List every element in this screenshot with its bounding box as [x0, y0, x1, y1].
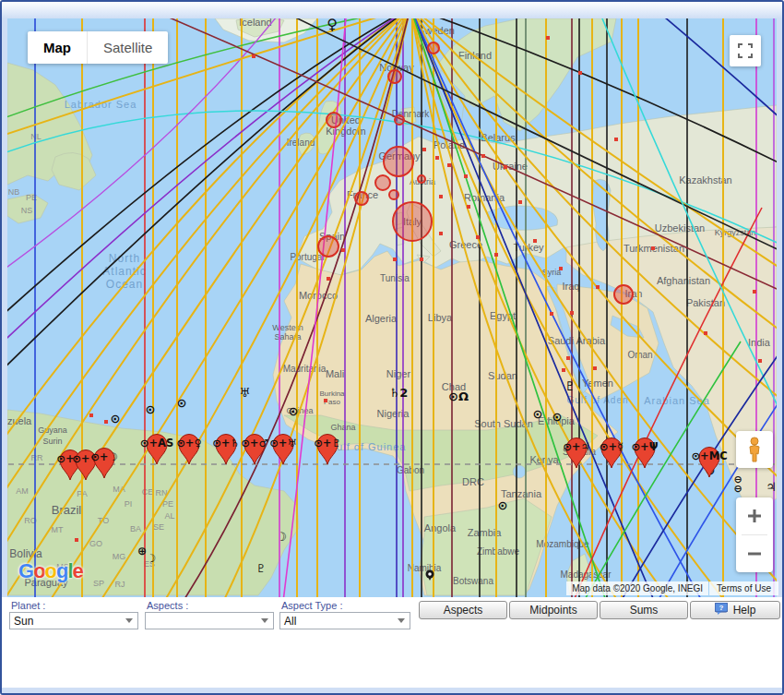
- event-dot: [439, 195, 443, 198]
- aspect-type-select[interactable]: All: [279, 612, 410, 629]
- event-dot: [533, 239, 537, 243]
- map-type-map-button[interactable]: Map: [28, 31, 87, 64]
- google-logo-letter: o: [45, 559, 56, 582]
- event-dot: [566, 356, 570, 360]
- pegman-icon: [746, 437, 763, 462]
- event-circle[interactable]: [318, 236, 339, 257]
- map-pin-label: ⊙+♇: [314, 437, 341, 449]
- planet-glyph: ☽: [276, 530, 287, 544]
- planet-select-value: Sun: [14, 615, 33, 628]
- map-pin-label: ⊙+♄: [212, 437, 240, 449]
- country-label: Oman: [627, 350, 652, 360]
- event-dot: [422, 148, 426, 151]
- state-label: NB: [8, 187, 20, 197]
- map-type-control: Map Satellite: [28, 31, 168, 64]
- help-button[interactable]: ? Help: [690, 601, 780, 619]
- event-circle[interactable]: [327, 113, 341, 127]
- svg-text:?: ?: [719, 604, 723, 612]
- event-circle[interactable]: [388, 70, 401, 83]
- google-logo-letter: e: [73, 559, 83, 582]
- event-circle[interactable]: [614, 285, 633, 304]
- country-label: Sudan: [488, 370, 517, 381]
- google-logo[interactable]: Google: [18, 559, 83, 583]
- country-label: DRC: [462, 476, 484, 487]
- state-label: NS: [21, 206, 33, 215]
- sums-button[interactable]: Sums: [600, 601, 688, 619]
- map-pin-label: ⊙+♂: [241, 437, 268, 449]
- map-pin-label: ⊙+☽: [90, 450, 118, 463]
- planet-glyph: ⊙: [177, 396, 187, 410]
- pegman-button[interactable]: [736, 431, 773, 468]
- event-circle[interactable]: [375, 175, 390, 190]
- terms-of-use-link[interactable]: Terms of Use: [709, 581, 778, 595]
- event-circle[interactable]: [389, 190, 398, 199]
- event-dot: [252, 54, 255, 58]
- poi-marker-center: [428, 572, 432, 576]
- event-dot: [494, 253, 498, 257]
- event-dot: [104, 420, 108, 424]
- planet-glyph: ⊖: [733, 483, 742, 495]
- zoom-control: [736, 497, 773, 572]
- map-pin-label: ⊙+MC: [691, 449, 727, 462]
- planet-glyph: ⊙: [498, 498, 508, 512]
- country-label: Zimbabwe: [477, 546, 520, 557]
- planet-label: Planet :: [11, 600, 45, 611]
- planet-select[interactable]: Sun: [9, 612, 138, 629]
- state-label: SE: [153, 522, 164, 532]
- midpoints-button[interactable]: Midpoints: [509, 601, 598, 619]
- state-label: MG: [113, 552, 126, 561]
- event-dot: [447, 163, 451, 167]
- country-label: Afghanistan: [657, 275, 710, 286]
- state-label: AL: [164, 511, 174, 521]
- event-circle[interactable]: [393, 202, 432, 241]
- country-label: Libya: [428, 312, 453, 323]
- country-label: Guyana: [38, 425, 67, 435]
- aspect-type-label: Aspect Type :: [281, 600, 342, 611]
- state-label: NL: [30, 132, 42, 141]
- country-label: Mauritania: [283, 364, 327, 374]
- zoom-out-button[interactable]: [736, 535, 773, 572]
- country-label: Iceland: [239, 18, 271, 28]
- event-circle[interactable]: [418, 175, 425, 183]
- planet-glyph: ⊙: [533, 407, 543, 421]
- event-circle[interactable]: [395, 115, 404, 125]
- planet-glyph: ⊙: [552, 410, 563, 424]
- event-dot: [704, 331, 707, 335]
- event-circle[interactable]: [384, 147, 413, 176]
- map-pin-label: ⊙+☿: [600, 440, 624, 453]
- planet-glyph: ♃: [766, 480, 777, 494]
- chevron-down-icon: [261, 618, 268, 623]
- fullscreen-button[interactable]: [730, 35, 761, 66]
- state-label: AM: [16, 486, 29, 496]
- event-circle[interactable]: [428, 42, 439, 54]
- window-frame-left: [2, 18, 7, 597]
- aspect-type-select-value: All: [284, 615, 296, 628]
- event-dot: [593, 366, 597, 370]
- planet-glyph: ♄2: [389, 386, 409, 400]
- map-type-satellite-button[interactable]: Satellite: [88, 31, 168, 64]
- planet-glyph: ⊕: [137, 545, 147, 557]
- event-circle[interactable]: [355, 192, 368, 205]
- zoom-in-button[interactable]: [736, 497, 773, 534]
- planet-glyph: ♇: [564, 379, 576, 393]
- state-label: CE: [142, 487, 154, 497]
- event-dot: [596, 285, 600, 289]
- map-pin-label: ⊙+Ψ: [631, 440, 658, 453]
- aspects-button[interactable]: Aspects: [419, 601, 507, 619]
- google-logo-letter: G: [18, 559, 33, 582]
- map-canvas[interactable]: Labrador SeaNorthAtlanticOceanGulf of Gu…: [7, 18, 778, 597]
- event-dot: [614, 138, 618, 141]
- planet-glyph: ⊙: [289, 404, 299, 418]
- country-label: Iraq: [563, 281, 580, 292]
- event-dot: [570, 311, 574, 315]
- aspects-select[interactable]: [145, 612, 274, 629]
- landmass: [513, 465, 526, 478]
- country-label: Surin: [42, 437, 62, 446]
- bottom-control-panel: Planet : Sun Aspects : Aspect Type : All…: [4, 597, 784, 688]
- country-label: Algeria: [365, 313, 398, 324]
- country-label: India: [748, 337, 771, 348]
- event-dot: [546, 36, 550, 40]
- help-icon: ?: [715, 603, 728, 617]
- state-label: MT: [52, 525, 64, 534]
- planet-glyph: ♀: [327, 18, 338, 33]
